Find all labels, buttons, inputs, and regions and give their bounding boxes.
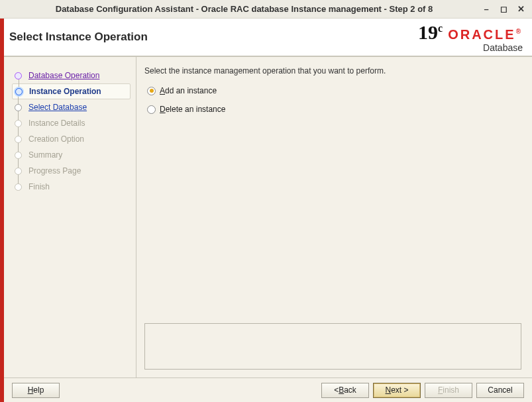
prompt-text: Select the instance management operation… [144,66,521,75]
wizard-step: Summary [12,147,131,163]
step-label: Finish [28,182,50,191]
wizard-steps-sidebar: Database OperationInstance OperationSele… [4,57,136,377]
minimize-icon[interactable]: – [482,5,491,14]
window-controls: – ◻ ✕ [482,5,525,14]
wizard-step: Progress Page [12,163,131,179]
brand-block: 19c ORACLE® Database [418,21,523,53]
step-bullet-icon [15,183,22,191]
step-label: Summary [28,150,62,160]
wizard-header: Select Instance Operation 19c ORACLE® Da… [4,19,532,57]
step-bullet-icon [15,72,22,79]
description-panel [144,323,521,370]
window-title: Database Configuration Assistant - Oracl… [7,4,482,14]
radio-delete-instance[interactable]: Delete an instance [147,105,521,114]
cancel-button[interactable]: Cancel [476,383,524,398]
wizard-step: Instance Details [12,115,131,131]
wizard-step: Creation Option [12,131,131,147]
titlebar: Database Configuration Assistant - Oracl… [0,0,532,19]
step-label: Select Database [28,103,87,112]
close-icon[interactable]: ✕ [516,5,525,14]
radio-add-instance[interactable]: Add an instance [147,86,521,95]
step-label: Progress Page [28,166,81,176]
radio-label: Add an instance [160,86,217,95]
radio-icon [147,87,156,95]
step-bullet-icon [15,152,22,159]
radio-icon [147,105,156,114]
oracle-logo: ORACLE® Database [448,27,523,53]
main-content: Select the instance management operation… [136,57,532,377]
page-title: Select Instance Operation [9,30,148,44]
wizard-step[interactable]: Database Operation [12,68,131,83]
radio-label: Delete an instance [160,105,225,114]
step-bullet-icon [15,168,22,175]
step-label: Database Operation [28,71,99,80]
finish-button: Finish [425,383,472,398]
version-logo: 19c [418,21,443,44]
step-bullet-icon [15,136,22,143]
brand-strip [0,19,4,402]
maximize-icon[interactable]: ◻ [499,5,508,14]
back-button[interactable]: < Back [321,383,369,398]
wizard-step: Finish [12,179,131,195]
wizard-step[interactable]: Select Database [12,99,131,115]
help-button[interactable]: Help [12,383,60,398]
step-bullet-icon [15,88,23,95]
step-bullet-icon [15,104,22,111]
step-label: Instance Operation [29,87,101,96]
step-label: Creation Option [28,134,84,144]
step-bullet-icon [15,120,22,127]
step-label: Instance Details [28,119,85,128]
wizard-footer: Help < Back Next > Finish Cancel [4,377,532,402]
next-button[interactable]: Next > [373,383,421,398]
wizard-step: Instance Operation [12,83,131,99]
